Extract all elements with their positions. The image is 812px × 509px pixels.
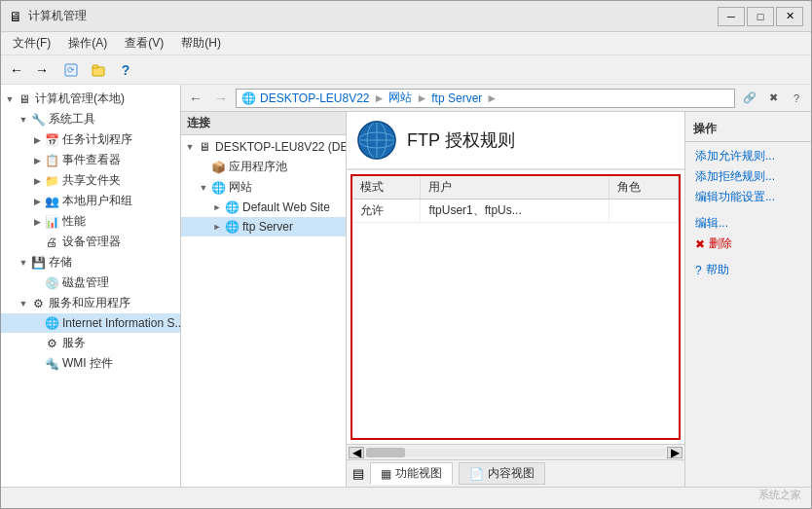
conn-tree-default-web[interactable]: ► 🌐 Default Web Site	[181, 198, 346, 217]
wmi-label: WMI 控件	[62, 355, 113, 372]
action-add-deny[interactable]: 添加拒绝规则...	[685, 166, 811, 187]
watermark: 系统之家	[758, 488, 801, 502]
tree-item-shared-folders[interactable]: ▶ 📁 共享文件夹	[1, 170, 180, 191]
addr-sep1: ►	[374, 91, 386, 105]
tree-root[interactable]: ▼ 🖥 计算机管理(本地)	[1, 89, 180, 109]
action-edit[interactable]: 编辑...	[685, 213, 811, 234]
tree-item-device-manager[interactable]: ▶ 🖨 设备管理器	[1, 232, 180, 252]
conn-tree: ▼ 🖥 DESKTOP-LEU8V22 (DE... ▶ 📦 应用程序池 ▼ 🌐	[181, 135, 346, 487]
menu-view[interactable]: 查看(V)	[117, 33, 171, 54]
back-button[interactable]: ←	[5, 59, 28, 81]
addr-btn3[interactable]: ?	[786, 89, 807, 108]
tree-item-disk-management[interactable]: ▶ 💿 磁盘管理	[1, 273, 180, 293]
svg-rect-3	[92, 65, 98, 68]
table-row[interactable]: 允许ftpUser1、ftpUs...	[352, 200, 679, 223]
tab-icon: ▤	[352, 466, 364, 481]
addr-sep2: ►	[416, 91, 427, 105]
tree-item-services-apps[interactable]: ▼ ⚙ 服务和应用程序	[1, 293, 180, 313]
conn-ftp-expander[interactable]: ►	[210, 220, 224, 234]
tab-content-view[interactable]: 📄 内容视图	[459, 462, 545, 485]
bottom-tabs: ▤ ▦ 功能视图 📄 内容视图	[347, 459, 684, 487]
conn-sites-label: 网站	[229, 179, 252, 196]
svg-text:⟳: ⟳	[67, 65, 75, 75]
help-toolbar-button[interactable]: ?	[114, 59, 137, 81]
svc-icon: ⚙	[44, 336, 59, 351]
ftp-scrollbar-h[interactable]: ◀ ▶	[347, 444, 684, 459]
conn-default-label: Default Web Site	[242, 200, 330, 214]
conn-tree-sites[interactable]: ▼ 🌐 网站	[181, 177, 346, 198]
conn-apppool-label: 应用程序池	[229, 159, 287, 175]
system-tools-expander[interactable]: ▼	[17, 113, 30, 127]
title-bar-controls: ─ □ ✕	[718, 7, 803, 26]
ftp-header: FTP 授权规则	[347, 112, 684, 170]
action-delete[interactable]: ✖ 删除	[685, 234, 811, 254]
ftp-table: 模式 用户 角色 允许ftpUser1、ftpUs...	[352, 176, 679, 223]
address-path: 🌐 DESKTOP-LEU8V22 ► 网站 ► ftp Server ►	[236, 89, 735, 108]
tree-item-services[interactable]: ▶ ⚙ 服务	[1, 333, 180, 353]
left-panel: ▼ 🖥 计算机管理(本地) ▼ 🔧 系统工具 ▶ 📅 任务计划程序 ▶	[1, 85, 181, 487]
tree-item-event-viewer[interactable]: ▶ 📋 事件查看器	[1, 150, 180, 170]
event-expander[interactable]: ▶	[30, 154, 44, 167]
tree-item-system-tools[interactable]: ▼ 🔧 系统工具	[1, 109, 180, 129]
status-bar	[1, 487, 811, 508]
addr-right-buttons: 🔗 ✖ ?	[739, 89, 807, 108]
conn-tree-desktop[interactable]: ▼ 🖥 DESKTOP-LEU8V22 (DE...	[181, 137, 346, 157]
cell-role	[609, 200, 679, 223]
addr-btn2[interactable]: ✖	[762, 89, 784, 108]
help-label: 帮助	[706, 262, 729, 278]
help-icon: ?	[695, 264, 702, 277]
delete-icon: ✖	[695, 237, 705, 251]
action-edit-feature[interactable]: 编辑功能设置...	[685, 187, 811, 207]
content-view-label: 内容视图	[488, 465, 535, 482]
conn-ftp-label: ftp Server	[242, 220, 293, 234]
disk-label: 磁盘管理	[62, 274, 109, 291]
computer-icon: 🖥	[17, 91, 32, 107]
col-role: 角色	[609, 176, 679, 200]
task-expander[interactable]: ▶	[30, 133, 44, 147]
action-add-allow[interactable]: 添加允许规则...	[685, 146, 811, 166]
tree-item-wmi[interactable]: ▶ 🔩 WMI 控件	[1, 353, 180, 374]
tree-item-storage[interactable]: ▼ 💾 存储	[1, 252, 180, 273]
device-label: 设备管理器	[62, 234, 121, 250]
minimize-button[interactable]: ─	[718, 7, 745, 26]
addr-btn1[interactable]: 🔗	[739, 89, 760, 108]
tree-item-local-users[interactable]: ▶ 👥 本地用户和组	[1, 191, 180, 211]
feature-view-label: 功能视图	[395, 465, 442, 482]
system-tools-icon: 🔧	[30, 112, 46, 127]
maximize-button[interactable]: □	[747, 7, 774, 26]
tree-item-performance[interactable]: ▶ 📊 性能	[1, 211, 180, 232]
title-bar: 🖥 计算机管理 ─ □ ✕	[1, 1, 811, 32]
menu-action[interactable]: 操作(A)	[60, 33, 115, 54]
refresh-button[interactable]: ⟳	[59, 59, 83, 81]
conn-tree-apppool[interactable]: ▶ 📦 应用程序池	[181, 157, 346, 177]
forward-button[interactable]: →	[30, 59, 54, 81]
action-help[interactable]: ? 帮助	[685, 260, 811, 280]
conn-sites-expander[interactable]: ▼	[197, 181, 210, 195]
scroll-right-btn[interactable]: ▶	[667, 447, 683, 458]
conn-default-expander[interactable]: ►	[210, 200, 224, 214]
root-expander[interactable]: ▼	[3, 92, 17, 106]
storage-expander[interactable]: ▼	[17, 256, 30, 270]
menu-file[interactable]: 文件(F)	[5, 33, 58, 54]
folder-button[interactable]	[87, 59, 110, 81]
feature-view-icon: ▦	[381, 467, 391, 481]
tree-item-iis[interactable]: ▶ 🌐 Internet Information S...	[1, 313, 180, 333]
close-button[interactable]: ✕	[776, 7, 803, 26]
scroll-left-btn[interactable]: ◀	[349, 447, 364, 458]
addr-forward-button[interactable]: →	[210, 89, 232, 108]
menu-help[interactable]: 帮助(H)	[173, 33, 229, 54]
shared-icon: 📁	[44, 173, 59, 189]
addr-back-button[interactable]: ←	[185, 89, 206, 108]
users-expander[interactable]: ▶	[30, 195, 44, 208]
conn-desktop-expander[interactable]: ▼	[183, 140, 197, 154]
conn-tree-ftp[interactable]: ► 🌐 ftp Server	[181, 217, 346, 236]
perf-expander[interactable]: ▶	[30, 215, 44, 229]
tab-feature-view[interactable]: ▦ 功能视图	[370, 462, 453, 485]
right-area: ← → 🌐 DESKTOP-LEU8V22 ► 网站 ► ftp Server …	[181, 85, 811, 487]
ftp-table-wrapper: 模式 用户 角色 允许ftpUser1、ftpUs...	[351, 174, 681, 440]
event-icon: 📋	[44, 153, 59, 168]
shared-label: 共享文件夹	[62, 172, 121, 189]
services-apps-expander[interactable]: ▼	[17, 297, 30, 310]
tree-item-task-scheduler[interactable]: ▶ 📅 任务计划程序	[1, 129, 180, 150]
shared-expander[interactable]: ▶	[30, 174, 44, 188]
